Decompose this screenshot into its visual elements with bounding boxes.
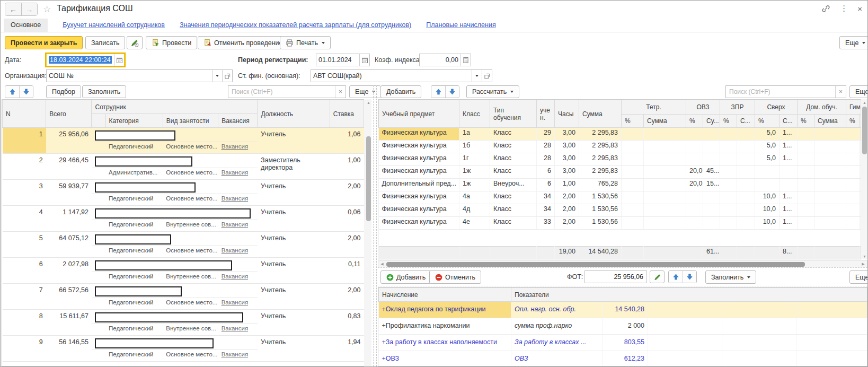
cell-dom-sum[interactable] [814, 166, 846, 179]
accrual-row[interactable]: +Профилактика наркоманиисумма проф.нарко… [379, 318, 868, 335]
cell-employee-name[interactable] [92, 284, 258, 298]
cell-tetr-pct[interactable] [622, 191, 644, 204]
cell-gym-pct[interactable] [846, 128, 860, 141]
col-sverh-sum[interactable]: С... [780, 115, 798, 128]
cell-employee-name[interactable] [92, 232, 258, 246]
col-total[interactable]: Всего [46, 100, 92, 128]
cell-sum[interactable]: 1 530,56 [579, 191, 622, 204]
cell-indicator-name[interactable]: ОВЗ [511, 351, 603, 367]
cell-tetr-pct[interactable] [622, 141, 644, 153]
panel-splitter[interactable] [373, 85, 377, 366]
cell-class[interactable]: 1ж [459, 166, 490, 179]
col-n[interactable]: N [3, 100, 46, 128]
fill-accruals-button[interactable]: Заполнить [705, 270, 756, 284]
cell-sum[interactable]: 2 295,83 [579, 153, 622, 166]
scroll-left-arrow[interactable]: ◀ [378, 261, 386, 267]
cell-zpr-pct[interactable] [720, 153, 737, 166]
cell-empty[interactable] [796, 335, 868, 351]
cell-gym-pct[interactable] [846, 179, 860, 191]
cell-dom-pct[interactable] [798, 153, 814, 166]
cell-vacancy[interactable]: Вакансия [218, 142, 258, 154]
cell-position[interactable]: Учитель [258, 336, 330, 362]
cell-employment[interactable]: Внутреннее сов... [163, 220, 218, 232]
cell-ovz-pct[interactable] [686, 204, 703, 217]
cell-position[interactable]: Учитель [258, 128, 330, 154]
cell-position[interactable]: Заместитель директора [258, 154, 330, 180]
cell-edu-type[interactable]: Класс [490, 141, 537, 153]
cell-total[interactable]: 66 572,56 [46, 284, 92, 310]
date-input[interactable]: 18.03.2024 22:00:24 [46, 54, 125, 66]
cell-indicator-value[interactable]: 14 540,28 [603, 302, 648, 318]
cell-total[interactable]: 25 956,06 [46, 128, 92, 154]
vacancy-link[interactable]: Вакансия [222, 325, 249, 331]
cell-vacancy[interactable]: Вакансия [218, 194, 258, 206]
open-link-icon[interactable] [482, 70, 492, 82]
cell-sverh-pct[interactable]: 10,0 [755, 191, 780, 204]
cell-ovz-sum[interactable] [703, 153, 720, 166]
cell-rate[interactable]: 2,00 [330, 232, 364, 258]
cell-tetr-pct[interactable] [622, 128, 644, 141]
cell-sverh-pct[interactable]: 5,0 [755, 141, 780, 153]
index-coef-input[interactable]: 0,00 [419, 54, 471, 66]
cell-dom-pct[interactable] [798, 217, 814, 230]
link-icon[interactable] [821, 4, 830, 13]
cell-employment[interactable]: Основное место... [163, 298, 218, 310]
cell-subject[interactable]: Физическая культура [379, 153, 459, 166]
cell-position[interactable]: Учитель [258, 232, 330, 258]
cell-indicator-value[interactable]: 2 000 [603, 318, 648, 335]
back-button[interactable]: ← [5, 3, 21, 15]
cell-rate[interactable]: 0,06 [330, 206, 364, 232]
cell-category[interactable]: Педагогический [105, 142, 163, 154]
cell-class[interactable]: 4д [459, 204, 490, 217]
cell-students[interactable]: 33 [537, 217, 555, 230]
subject-row[interactable]: Физическая культура1бКласс283,002 295,83… [379, 141, 868, 153]
col-employment[interactable]: Вид занятости [163, 114, 218, 128]
cell-edu-type[interactable]: Класс [490, 217, 537, 230]
close-icon[interactable]: × [857, 4, 862, 13]
cell-rate[interactable]: 1,94 [330, 336, 364, 362]
cell-dom-sum[interactable] [814, 191, 846, 204]
cell-employment[interactable]: Основное место... [163, 142, 218, 154]
cell-total[interactable]: 29 466,45 [46, 154, 92, 180]
calculate-button[interactable]: Рассчитать [466, 85, 519, 98]
cell-ovz-pct[interactable]: 20,0 [686, 166, 703, 179]
cell-employee-name[interactable] [92, 128, 258, 142]
cell-edu-type[interactable]: Класс [490, 153, 537, 166]
cell-sverh-sum[interactable] [780, 179, 798, 191]
cell-category[interactable]: Педагогический [105, 272, 163, 284]
cell-subject[interactable]: Физическая культура [379, 191, 459, 204]
scroll-up-arrow[interactable]: ▲ [365, 99, 372, 106]
cell-sverh-sum[interactable]: 1... [780, 217, 798, 230]
cell-students[interactable]: 34 [537, 204, 555, 217]
cell-dom-pct[interactable] [798, 191, 814, 204]
cell-n[interactable]: 1 [3, 128, 46, 154]
forward-button[interactable]: → [21, 3, 37, 15]
cell-subject[interactable]: Дополнительный пред... [379, 179, 459, 191]
clear-search-icon[interactable]: × [835, 86, 846, 98]
vacancy-link[interactable]: Вакансия [222, 195, 249, 202]
cell-sverh-pct[interactable]: 10,0 [755, 217, 780, 230]
cell-rate[interactable]: 0,11 [330, 258, 364, 284]
cell-category[interactable]: Педагогический [105, 220, 163, 232]
subjects-vscrollbar[interactable]: ▲ ▼ [861, 99, 867, 259]
subject-row[interactable]: Физическая культура4аКласс342,001 530,56… [379, 191, 868, 204]
undo-post-button[interactable]: Отменить проведение [198, 36, 289, 49]
cell-zpr-pct[interactable] [720, 166, 737, 179]
funding-combo[interactable]: АВТ СОШ(край) [311, 69, 492, 82]
cell-category[interactable]: Педагогический [105, 298, 163, 310]
cell-zpr-sum[interactable] [737, 141, 755, 153]
employee-row[interactable]: 815 611,67Учитель0,83 [3, 310, 364, 324]
cell-total[interactable]: 64 075,12 [46, 232, 92, 258]
employee-row[interactable]: 956 146,55Учитель1,94 [3, 336, 364, 350]
cell-class[interactable]: 1г [459, 153, 490, 166]
kebab-menu-icon[interactable]: ⋮ [840, 4, 848, 13]
cell-employee-name[interactable] [92, 206, 258, 220]
cell-students[interactable]: 29 [537, 128, 555, 141]
cell-subject[interactable]: Физическая культура [379, 204, 459, 217]
cell-students[interactable]: 6 [537, 179, 555, 191]
employees-vscroll-thumb[interactable] [366, 136, 371, 221]
employees-vscrollbar[interactable]: ▲ [365, 99, 371, 366]
cell-sum[interactable]: 2 295,83 [579, 128, 622, 141]
tab-link-periodic-indicators[interactable]: Значения периодических показателей расче… [180, 21, 411, 32]
cell-employment[interactable]: Внутреннее сов... [163, 324, 218, 336]
